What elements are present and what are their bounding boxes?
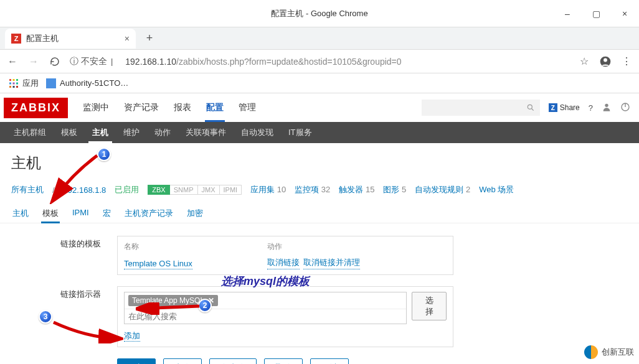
profile-icon[interactable] [599, 55, 612, 68]
tab-inventory[interactable]: 主机资产记录 [123, 204, 174, 223]
svg-rect-2 [9, 79, 11, 81]
back-button[interactable]: ← [6, 55, 19, 68]
submenu: 主机群组 模板 主机 维护 动作 关联项事件 自动发现 IT服务 [0, 122, 639, 143]
linked-templates-label: 链接的模板 [11, 236, 117, 250]
bookmark-label: Authority-51CTO… [60, 78, 128, 88]
addressbar-actions: ☆ ⋮ [578, 55, 633, 68]
submenu-hosts[interactable]: 主机 [85, 122, 116, 143]
submenu-itservices[interactable]: IT服务 [281, 122, 320, 143]
metric-applications[interactable]: 应用集 10 [250, 184, 286, 195]
all-hosts-link[interactable]: 所有主机 [11, 184, 44, 195]
col-action-header: 动作 [267, 241, 282, 252]
update-button[interactable]: 更新 [117, 358, 156, 364]
delete-button[interactable]: 删除 [264, 358, 303, 364]
watermark-text: 创新互联 [602, 347, 634, 358]
template-tag: Template App MySQL ✕ [128, 295, 218, 306]
metric-discovery[interactable]: 自动发现规则 2 [415, 184, 470, 195]
unlink-link[interactable]: 取消链接 [267, 257, 300, 269]
zabbix-header: ZABBIX 监测中 资产记录 报表 配置 管理 Z Share ? [0, 93, 639, 122]
breadcrumb-sep: / [52, 185, 55, 195]
unlink-clear-link[interactable]: 取消链接并清理 [303, 257, 360, 269]
url-input[interactable]: 192.168.1.10/zabbix/hosts.php?form=updat… [125, 57, 401, 67]
link-indicator-label: 链接指示器 [11, 286, 117, 300]
submenu-templates[interactable]: 模板 [54, 122, 85, 143]
metric-triggers[interactable]: 触发器 15 [339, 184, 374, 195]
submenu-discovery[interactable]: 自动发现 [234, 122, 281, 143]
watermark-logo-icon [584, 345, 598, 359]
window-title: 配置主机 - Google Chrome [271, 8, 367, 19]
template-search-input[interactable] [125, 309, 406, 324]
svg-rect-8 [9, 86, 11, 88]
cancel-button[interactable]: 取消 [310, 358, 349, 364]
tab-close-icon[interactable]: × [125, 34, 130, 44]
template-multiselect[interactable]: Template App MySQL ✕ [124, 292, 407, 324]
site-security-button[interactable]: ⓘ 不安全 | [70, 56, 113, 67]
forward-button: → [27, 55, 40, 68]
bookmark-item[interactable]: Authority-51CTO… [46, 78, 128, 88]
search-input[interactable] [422, 100, 540, 116]
host-ip-link[interactable]: 192.168.1.8 [64, 185, 107, 195]
tab-macros[interactable]: 宏 [102, 204, 112, 223]
menu-configuration[interactable]: 配置 [199, 93, 231, 122]
linked-templates-table: 名称 动作 Template OS Linux 取消链接 取消链接并清理 [117, 236, 453, 275]
help-button[interactable]: ? [589, 103, 593, 113]
menu-monitoring[interactable]: 监测中 [75, 93, 116, 122]
browser-tab[interactable]: Z 配置主机 × [5, 29, 136, 49]
submenu-hostgroups[interactable]: 主机群组 [6, 122, 54, 143]
protocol-snmp: SNMP [170, 185, 198, 195]
tag-remove-icon[interactable]: ✕ [208, 296, 214, 305]
info-icon: ⓘ 不安全 [70, 56, 107, 67]
svg-point-1 [604, 58, 607, 62]
tab-templates[interactable]: 模板 [41, 204, 60, 223]
share-label: Share [560, 103, 580, 112]
tab-encryption[interactable]: 加密 [186, 204, 204, 223]
reload-button[interactable] [49, 55, 61, 68]
submenu-correlation[interactable]: 关联项事件 [178, 122, 234, 143]
url-path: /zabbix/hosts.php?form=update&hostid=101… [176, 57, 402, 67]
metric-web[interactable]: Web 场景 [479, 184, 514, 195]
host-tabs: 主机 模板 IPMI 宏 主机资产记录 加密 [0, 200, 639, 223]
window-minimize-button[interactable]: – [553, 0, 582, 27]
menu-reports[interactable]: 报表 [166, 93, 199, 122]
select-button[interactable]: 选择 [412, 292, 447, 320]
col-name-header: 名称 [124, 241, 267, 252]
add-link[interactable]: 添加 [124, 331, 140, 342]
protocol-ipmi: IPMI [220, 185, 242, 195]
tab-ipmi[interactable]: IPMI [71, 204, 90, 223]
submenu-maintenance[interactable]: 维护 [116, 122, 147, 143]
share-button[interactable]: Z Share [549, 103, 580, 112]
share-icon: Z [549, 103, 557, 112]
menu-administration[interactable]: 管理 [231, 93, 263, 122]
action-buttons: 更新 克隆 全克隆 删除 取消 [117, 358, 628, 364]
clone-button[interactable]: 克隆 [163, 358, 202, 364]
svg-point-12 [605, 103, 608, 106]
search-icon [526, 103, 535, 112]
logout-button[interactable] [620, 102, 630, 114]
window-close-button[interactable]: × [610, 0, 639, 27]
zabbix-logo[interactable]: ZABBIX [4, 98, 68, 118]
url-separator: | [111, 57, 113, 66]
tab-host[interactable]: 主机 [11, 204, 30, 223]
window-maximize-button[interactable]: ▢ [582, 0, 610, 27]
metric-items[interactable]: 监控项 32 [295, 184, 330, 195]
header-right: Z Share ? [422, 100, 639, 116]
svg-rect-4 [16, 79, 18, 81]
menu-inventory[interactable]: 资产记录 [116, 93, 166, 122]
full-clone-button[interactable]: 全克隆 [209, 358, 257, 364]
apps-label: 应用 [22, 78, 39, 89]
protocol-badges: ZBX SNMP JMX IPMI [148, 185, 242, 195]
bookmark-star-icon[interactable]: ☆ [578, 55, 590, 68]
new-tab-button[interactable]: + [141, 30, 158, 47]
metric-graphs[interactable]: 图形 5 [383, 184, 406, 195]
host-info-row: 所有主机 / 192.168.1.8 已启用 ZBX SNMP JMX IPMI… [0, 179, 639, 200]
enabled-text: 已启用 [115, 184, 139, 195]
submenu-actions[interactable]: 动作 [147, 122, 178, 143]
menu-icon[interactable]: ⋮ [620, 55, 633, 68]
apps-button[interactable]: 应用 [9, 78, 39, 89]
linked-template-link[interactable]: Template OS Linux [124, 259, 192, 269]
bookmark-favicon-icon [46, 78, 56, 88]
link-indicator-row: 链接指示器 Template App MySQL ✕ 选择 [11, 286, 628, 347]
user-profile-button[interactable] [602, 102, 612, 114]
svg-rect-10 [16, 86, 18, 88]
svg-rect-6 [13, 82, 15, 84]
